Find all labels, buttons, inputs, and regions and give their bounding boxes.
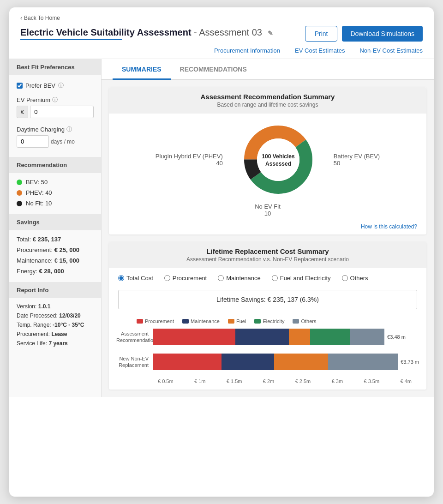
lifetime-summary-header: Lifetime Replacement Cost Summary Assess… [109, 242, 426, 268]
x-label-0: € 0.5m [158, 378, 174, 384]
ev-premium-label: EV Premium ⓘ [9, 92, 101, 106]
nav-nonev-cost[interactable]: Non-EV Cost Estimates [359, 47, 423, 54]
tab-summaries[interactable]: SUMMARIES [113, 59, 171, 80]
content-area: SUMMARIES RECOMMENDATIONS Assessment Rec… [102, 59, 434, 397]
bar-track-nonev: €3.73 m [153, 354, 419, 370]
prefer-bev-checkbox[interactable] [17, 83, 23, 89]
ev-premium-info-icon[interactable]: ⓘ [52, 96, 58, 104]
assessment-summary-subtitle: Based on range and lifetime cost savings [118, 102, 417, 108]
nav-ev-cost[interactable]: EV Cost Estimates [295, 47, 345, 54]
savings-box: Lifetime Savings: € 235, 137 (6.3%) [118, 290, 417, 309]
sidebar: Best Fit Preferences Prefer BEV ⓘ EV Pre… [9, 59, 102, 397]
assessment-summary-card: Assessment Recommendation Summary Based … [109, 87, 426, 234]
bar-track-assessment: €3.48 m [153, 329, 419, 345]
phev-dot [17, 190, 22, 196]
daytime-charging-input[interactable] [17, 135, 49, 148]
lifetime-summary-subtitle: Assessment Recommendation v.s. Non-EV Re… [118, 256, 417, 263]
radio-procurement[interactable]: Procurement [164, 275, 207, 282]
svg-text:Assessed: Assessed [265, 161, 291, 167]
assessment-summary-title: Assessment Recommendation Summary [118, 93, 417, 101]
app-window: ‹ Back To Home Electric Vehicle Suitabil… [9, 7, 434, 497]
report-procurement: Procurement: Lease [9, 330, 101, 339]
legend-others: Others [293, 318, 316, 324]
x-label-2: € 1.5m [227, 378, 242, 384]
svg-text:100 Vehicles: 100 Vehicles [262, 153, 295, 160]
report-date: Date Processed: 12/03/20 [9, 311, 101, 320]
download-button[interactable]: Download Simulations [342, 26, 423, 42]
legend-others-color [293, 319, 299, 324]
bev-legend-label: Battery EV (BEV) [334, 153, 380, 160]
radio-maintenance[interactable]: Maintenance [218, 275, 260, 282]
lifetime-summary-card: Lifetime Replacement Cost Summary Assess… [109, 242, 426, 390]
radio-total-cost[interactable]: Total Cost [118, 275, 153, 282]
back-arrow-icon: ‹ [20, 15, 22, 21]
radio-fuel-electricity[interactable]: Fuel and Electricity [272, 275, 331, 282]
prefer-bev-info-icon[interactable]: ⓘ [58, 82, 64, 90]
prefer-bev-row: Prefer BEV ⓘ [9, 79, 101, 92]
bar-row-nonev: New Non-EV Replacement €3.73 m [116, 354, 419, 370]
ev-premium-input[interactable] [30, 106, 94, 118]
bar-row-assessment: Assessment Recommendation €3.48 [116, 329, 419, 345]
cost-radio-group: Total Cost Procurement Maintenance Fuel … [109, 268, 426, 285]
bar-stacked-nonev [153, 354, 398, 370]
tabs-bar: SUMMARIES RECOMMENDATIONS [102, 59, 434, 80]
donut-chart: 100 Vehicles Assessed [241, 123, 315, 197]
savings-total: Total: € 235, 137 [9, 234, 101, 245]
sidebar-section-report: Report Info [9, 282, 101, 298]
legend-fuel-color [228, 319, 234, 324]
tab-recommendations[interactable]: RECOMMENDATIONS [171, 59, 256, 80]
lifetime-summary-title: Lifetime Replacement Cost Summary [118, 247, 417, 255]
back-link[interactable]: ‹ Back To Home [20, 15, 423, 21]
legend-electricity-color [254, 319, 261, 324]
x-label-3: € 2m [263, 378, 274, 384]
bar-seg-procurement [153, 329, 235, 345]
main-layout: Best Fit Preferences Prefer BEV ⓘ EV Pre… [9, 59, 434, 397]
bar-chart: Assessment Recommendation €3.48 [109, 325, 426, 390]
currency-prefix: € [17, 106, 28, 118]
x-label-4: € 2.5m [295, 378, 311, 384]
savings-energy: Energy: € 28, 000 [9, 266, 101, 276]
bar-seg-maint-nonev [222, 354, 274, 370]
print-button[interactable]: Print [305, 26, 338, 42]
svg-point-3 [257, 138, 299, 181]
bar-seg-maintenance [235, 329, 288, 345]
page-title: Electric Vehicle Suitability Assessment … [20, 27, 273, 37]
bar-end-label-nonev: €3.73 m [401, 359, 419, 365]
title-main: Electric Vehicle Suitability Assessment [20, 27, 192, 37]
rec-phev-label: PHEV: 40 [26, 189, 52, 196]
daytime-charging-input-row: days / mo [9, 135, 101, 151]
donut-legend-right: Battery EV (BEV) 50 [334, 153, 380, 167]
bar-seg-fuel [289, 329, 310, 345]
nofit-dot [17, 201, 22, 206]
savings-maintenance: Maintenance: € 15, 000 [9, 255, 101, 266]
x-label-7: € 4m [400, 378, 411, 384]
header-row: Electric Vehicle Suitability Assessment … [20, 26, 423, 42]
x-label-1: € 1m [194, 378, 205, 384]
bar-seg-others-nonev [328, 354, 398, 370]
savings-procurement: Procurement: € 25, 000 [9, 245, 101, 255]
phev-legend-label: Plugin Hybrid EV (PHEV) [156, 153, 223, 160]
rec-bev: BEV: 50 [9, 177, 101, 187]
bar-label-nonev: New Non-EV Replacement [116, 355, 153, 369]
x-label-6: € 3.5m [364, 378, 379, 384]
radio-others[interactable]: Others [342, 275, 368, 282]
legend-maintenance-color [182, 319, 189, 324]
bev-dot [17, 180, 22, 185]
bar-seg-fuel-nonev [274, 354, 328, 370]
legend-procurement-color [137, 319, 143, 324]
prefer-bev-label: Prefer BEV [25, 82, 55, 89]
title-area: Electric Vehicle Suitability Assessment … [20, 27, 273, 40]
ev-premium-input-row: € [9, 106, 101, 122]
nav-procurement[interactable]: Procurement Information [214, 47, 280, 54]
bev-legend-value: 50 [334, 160, 380, 167]
rec-phev: PHEV: 40 [9, 187, 101, 198]
daytime-charging-label: Daytime Charging ⓘ [9, 122, 101, 135]
daytime-charging-info-icon[interactable]: ⓘ [66, 126, 72, 133]
donut-container: Plugin Hybrid EV (PHEV) 40 [109, 114, 426, 201]
how-calculated-link[interactable]: How is this calculated? [109, 221, 426, 234]
legend-electricity: Electricity [254, 318, 284, 324]
sidebar-section-best-fit: Best Fit Preferences [9, 59, 101, 75]
edit-icon[interactable]: ✎ [268, 30, 273, 37]
bar-seg-others [350, 329, 384, 345]
back-link-text: Back To Home [24, 15, 60, 21]
